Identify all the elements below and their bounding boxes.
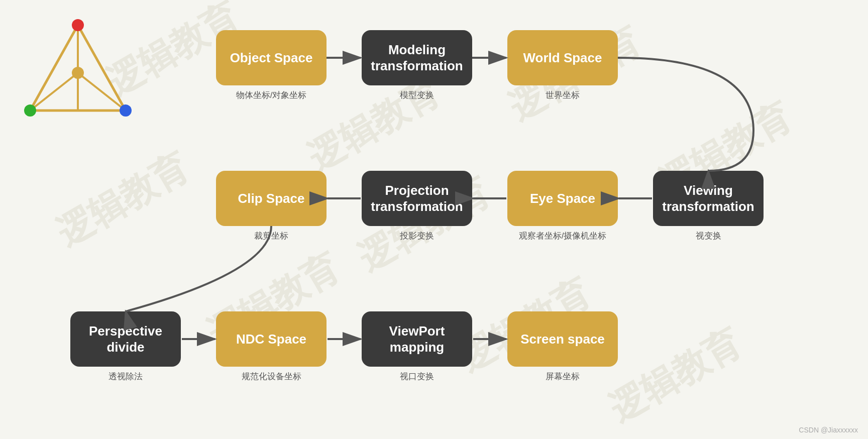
diagram-container: 逻辑教育 逻辑教育 逻辑教育 逻辑教育 逻辑教育 逻辑教育 逻辑教育 逻辑教育 … bbox=[0, 0, 868, 439]
clip-space-label: 裁剪坐标 bbox=[216, 230, 327, 242]
csdn-label: CSDN @Jiaxxxxxx bbox=[799, 426, 858, 434]
eye-space-box: Eye Space bbox=[507, 171, 618, 226]
screen-space-box: Screen space bbox=[507, 311, 618, 367]
clip-space-box: Clip Space bbox=[216, 171, 327, 226]
viewing-transform-label: 视变换 bbox=[653, 230, 764, 242]
viewing-transform-box: Viewing transformation bbox=[653, 171, 764, 226]
viewport-mapping-label: 视口变换 bbox=[362, 371, 472, 382]
viewport-mapping-box: ViewPort mapping bbox=[362, 311, 472, 367]
world-space-label: 世界坐标 bbox=[507, 89, 618, 101]
world-space-box: World Space bbox=[507, 30, 618, 85]
perspective-divide-label: 透视除法 bbox=[70, 371, 181, 382]
ndc-space-box: NDC Space bbox=[216, 311, 327, 367]
flow-wrapper: Object Space 物体坐标/对象坐标 Modeling transfor… bbox=[0, 0, 868, 439]
modeling-transform-box: Modeling transformation bbox=[362, 30, 472, 85]
projection-transform-box: Projection transformation bbox=[362, 171, 472, 226]
screen-space-label: 屏幕坐标 bbox=[507, 371, 618, 382]
modeling-transform-label: 模型变换 bbox=[362, 89, 472, 101]
object-space-label: 物体坐标/对象坐标 bbox=[216, 89, 327, 101]
eye-space-label: 观察者坐标/摄像机坐标 bbox=[477, 230, 648, 242]
projection-transform-label: 投影变换 bbox=[362, 230, 472, 242]
ndc-space-label: 规范化设备坐标 bbox=[216, 371, 327, 382]
perspective-divide-box: Perspective divide bbox=[70, 311, 181, 367]
object-space-box: Object Space bbox=[216, 30, 327, 85]
